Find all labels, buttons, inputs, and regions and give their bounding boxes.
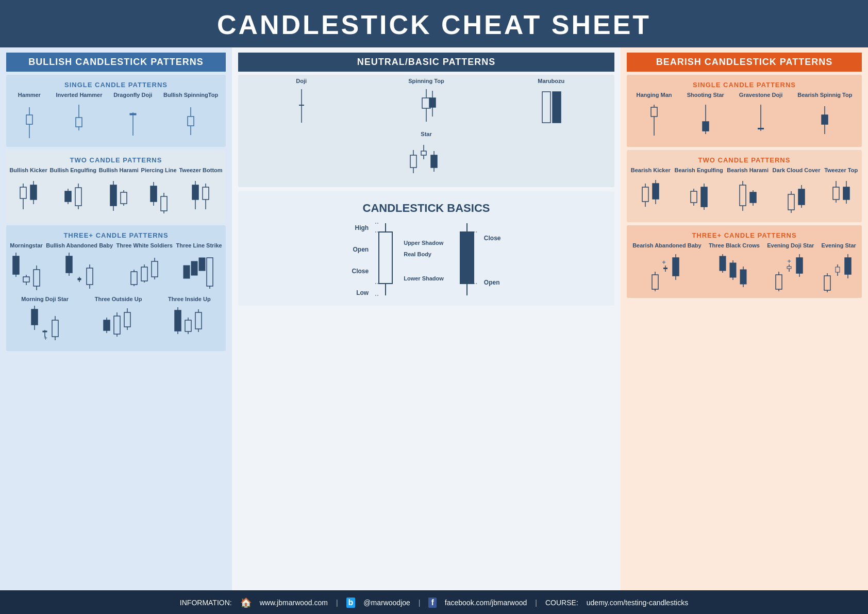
- neutral-column: NEUTRAL/BASIC PATTERNS Doji: [232, 47, 621, 590]
- svg-rect-94: [175, 310, 181, 331]
- svg-rect-171: [833, 187, 839, 200]
- pattern-hammer-candle: [24, 101, 35, 142]
- svg-rect-78: [43, 331, 47, 332]
- svg-rect-34: [161, 196, 167, 211]
- pattern-three-inside-up: Three Inside Up: [168, 296, 211, 346]
- pattern-morning-doji-star-candle: +: [29, 305, 60, 346]
- svg-rect-40: [203, 187, 209, 200]
- pattern-doji: Doji: [286, 78, 317, 128]
- pattern-tweezer-top: Tweezer Top: [824, 167, 858, 217]
- svg-rect-168: [798, 189, 805, 205]
- svg-rect-209: [836, 267, 840, 272]
- svg-rect-203: [796, 258, 803, 273]
- pattern-morning-doji-star-label: Morning Doji Star: [21, 296, 69, 303]
- svg-rect-88: [114, 316, 120, 334]
- svg-rect-70: [191, 261, 197, 275]
- svg-rect-64: [141, 267, 147, 281]
- pattern-three-black-crows-candle: [717, 252, 751, 293]
- bearish-single-section: SINGLE CANDLE PATTERNS Hanging Man: [627, 75, 862, 147]
- svg-rect-212: [845, 258, 851, 274]
- facebook-icon: f: [428, 598, 436, 608]
- svg-rect-153: [691, 191, 697, 203]
- bullish-two-patterns-row: Bullish Kicker: [9, 167, 223, 217]
- svg-rect-150: [653, 184, 659, 199]
- pattern-three-outside-up: Three Outside Up: [95, 296, 142, 346]
- basics-low-label: Low: [352, 289, 369, 296]
- pattern-inverted-hammer-label: Inverted Hammer: [56, 92, 103, 98]
- pattern-spinning-top-candle: [416, 87, 437, 128]
- bearish-three-patterns-row: Bearish Abandoned Baby +: [630, 242, 859, 292]
- basics-close-bear-label: Close: [484, 235, 501, 242]
- pattern-bearish-abandoned-baby-label: Bearish Abandoned Baby: [632, 242, 701, 249]
- svg-rect-109: [429, 98, 436, 107]
- pattern-shooting-star-label: Shooting Star: [687, 92, 724, 98]
- home-icon: 🏠: [240, 597, 252, 608]
- pattern-bearish-kicker-candle: [640, 176, 661, 217]
- pattern-star-label: Star: [421, 131, 431, 138]
- svg-rect-144: [822, 115, 828, 124]
- bullish-three-patterns-row: Morningstar: [9, 242, 223, 292]
- pattern-hanging-man-candle: [648, 101, 660, 142]
- svg-rect-46: [23, 277, 29, 282]
- pattern-dark-cloud-cover-candle: [786, 176, 807, 217]
- pattern-bullish-engulfing: Bullish Engulfing: [50, 167, 96, 217]
- pattern-morningstar: Morningstar: [10, 242, 43, 292]
- svg-rect-75: [31, 309, 38, 325]
- pattern-gravestone-doji: Gravestone Doji: [739, 92, 782, 142]
- pattern-doji-candle: [294, 87, 309, 128]
- neutral-header: NEUTRAL/BASIC PATTERNS: [238, 53, 614, 72]
- pattern-bearish-kicker: Bearish Kicker: [631, 167, 671, 217]
- footer-twitter: @marwoodjoe: [363, 599, 410, 607]
- svg-rect-16: [30, 185, 37, 200]
- pattern-bullish-abandoned-baby-candle: [64, 252, 95, 293]
- bullish-header: BULLISH CANDLESTICK PATTERNS: [6, 53, 226, 72]
- svg-rect-37: [192, 185, 198, 200]
- pattern-piercing-line-candle: [148, 176, 170, 217]
- pattern-piercing-line-label: Piercing Line: [141, 167, 177, 174]
- basics-title: CANDLESTICK BASICS: [242, 202, 610, 215]
- pattern-bullish-kicker-candle: [18, 176, 39, 217]
- svg-rect-147: [642, 187, 648, 202]
- pattern-three-line-strike-label: Three Line Strike: [176, 242, 222, 249]
- bullish-single-label: SINGLE CANDLE PATTERNS: [9, 81, 223, 89]
- pattern-hanging-man-label: Hanging Man: [637, 92, 672, 98]
- pattern-bearish-harami-candle: [737, 176, 759, 217]
- pattern-dark-cloud-cover: Dark Cloud Cover: [773, 167, 821, 217]
- svg-rect-49: [34, 270, 40, 286]
- pattern-spinning-top: Spinning Top: [408, 78, 444, 128]
- svg-rect-181: [663, 268, 667, 269]
- pattern-evening-doji-star-candle: +: [774, 252, 807, 293]
- svg-rect-117: [421, 151, 426, 155]
- svg-rect-71: [199, 258, 205, 271]
- pattern-tweezer-top-label: Tweezer Top: [824, 167, 858, 174]
- blog-icon: b: [346, 598, 356, 608]
- content-area: BULLISH CANDLESTICK PATTERNS SINGLE CAND…: [0, 47, 868, 590]
- footer-bar: INFORMATION: 🏠 www.jbmarwood.com | b @ma…: [0, 590, 868, 614]
- pattern-morning-doji-star: Morning Doji Star +: [21, 296, 69, 346]
- pattern-bearish-harami: Bearish Harami: [727, 167, 769, 217]
- pattern-marubozu-label: Marubozu: [538, 78, 564, 85]
- svg-rect-190: [730, 263, 736, 277]
- svg-rect-112: [553, 92, 561, 123]
- svg-rect-1: [26, 115, 32, 124]
- pattern-three-outside-up-label: Three Outside Up: [95, 296, 142, 303]
- svg-rect-114: [410, 155, 416, 168]
- svg-rect-162: [750, 192, 756, 203]
- basics-open-label: Open: [352, 246, 369, 253]
- pattern-evening-star-candle: [822, 252, 856, 293]
- svg-rect-187: [720, 256, 726, 271]
- pattern-bullish-kicker-label: Bullish Kicker: [9, 167, 47, 174]
- pattern-star-candle: [406, 140, 447, 181]
- pattern-inverted-hammer-candle: [73, 101, 85, 142]
- svg-rect-69: [183, 265, 190, 278]
- svg-rect-174: [843, 187, 849, 200]
- pattern-morningstar-candle: [11, 252, 42, 293]
- svg-rect-4: [76, 118, 82, 127]
- svg-rect-28: [121, 192, 127, 204]
- svg-rect-200: [787, 267, 791, 269]
- svg-rect-85: [104, 320, 110, 330]
- basics-upper-shadow-label: Upper Shadow: [404, 239, 444, 246]
- basics-close-bull-label: Close: [352, 268, 369, 275]
- pattern-tweezer-bottom: Tweezer Bottom: [179, 167, 222, 217]
- pattern-shooting-star-candle: [700, 101, 711, 142]
